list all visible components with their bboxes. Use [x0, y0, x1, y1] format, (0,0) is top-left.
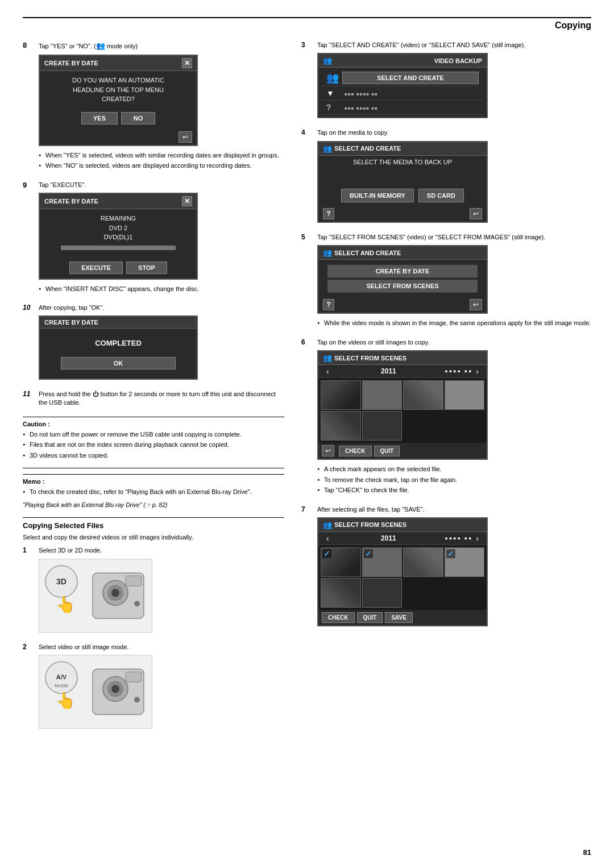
- svg-point-16: [111, 685, 119, 693]
- vb-row-1: 👥 SELECT AND CREATE: [322, 70, 483, 86]
- thumbnail-2-4[interactable]: [445, 547, 485, 577]
- back-btn-4[interactable]: ↩: [470, 208, 482, 219]
- step-8-bullet-2: When "NO" is selected, videos are displa…: [39, 161, 284, 171]
- step-4-text: Tap on the media to copy.: [317, 128, 591, 137]
- create-by-date-item[interactable]: CREATE BY DATE: [327, 265, 478, 278]
- video-backup-dialog: 👥 VIDEO BACKUP 👥 SELECT AND CREATE ▼: [317, 53, 488, 118]
- step-7-content: After selecting all the files, tap "SAVE…: [317, 505, 591, 631]
- vb-title-bar: 👥 VIDEO BACKUP: [318, 54, 487, 68]
- back-btn-5[interactable]: ↩: [470, 299, 482, 310]
- sac-dialog: 👥 SELECT AND CREATE CREATE BY DATE SELEC…: [317, 245, 488, 314]
- dialog-1-line1: DO YOU WANT AN AUTOMATIC: [47, 76, 190, 85]
- media-footer: ? ↩: [318, 206, 487, 222]
- dialog-1-title-bar: CREATE BY DATE ✕: [40, 56, 197, 71]
- thumbnail-1-5[interactable]: [321, 411, 361, 441]
- scenes-back-btn-1[interactable]: ↩: [322, 445, 334, 456]
- select-and-create-btn[interactable]: SELECT AND CREATE: [342, 72, 479, 84]
- help-btn-5[interactable]: ?: [323, 299, 334, 310]
- create-by-date-dialog-1: CREATE BY DATE ✕ DO YOU WANT AN AUTOMATI…: [39, 55, 198, 146]
- dialog-1-close-btn[interactable]: ✕: [182, 58, 192, 68]
- thumbnail-1-4[interactable]: [445, 380, 485, 410]
- step-7-number: 7: [301, 505, 314, 513]
- copying-selected-intro: Select and copy the desired videos or st…: [23, 533, 284, 542]
- step-1-content: Select 3D or 2D mode. 3D 👆: [39, 546, 284, 637]
- quit-btn-2[interactable]: QUIT: [357, 612, 383, 623]
- stop-button[interactable]: STOP: [126, 261, 167, 274]
- step-5-number: 5: [301, 233, 314, 241]
- vb-row-3-icon: ?: [326, 103, 339, 112]
- step-2-number: 2: [23, 643, 35, 651]
- help-btn-4[interactable]: ?: [323, 208, 334, 219]
- media-buttons: BUILT-IN MEMORY SD CARD: [318, 185, 487, 206]
- quit-btn-1[interactable]: QUIT: [374, 446, 400, 456]
- step-2: 2 Select video or still image mode. A/V …: [23, 643, 284, 733]
- thumbnail-1-3[interactable]: [403, 380, 443, 410]
- right-column: 3 Tap "SELECT AND CREATE" (video) or "SE…: [301, 41, 591, 739]
- dialog-2-line3: DVD(DL)1: [47, 232, 190, 242]
- step-6-text: Tap on the videos or still images to cop…: [317, 338, 591, 347]
- dialog-1-line3: CREATED?: [47, 94, 190, 104]
- left-arrow-2[interactable]: ‹: [323, 534, 333, 543]
- ok-button[interactable]: OK: [61, 357, 176, 369]
- thumbnail-1-2[interactable]: [362, 380, 403, 410]
- thumbnail-2-2[interactable]: [362, 547, 403, 577]
- vb-row-3: ? ■■■ ■■■■ ■■: [322, 101, 483, 115]
- thumbnail-2-6[interactable]: [362, 578, 403, 608]
- step-5: 5 Tap "SELECT FROM SCENES" (video) or "S…: [301, 233, 591, 333]
- thumbnail-2-1[interactable]: [321, 547, 361, 577]
- thumbnail-1-1[interactable]: [321, 380, 361, 410]
- thumbnail-2-5[interactable]: [321, 578, 361, 608]
- dialog-1-back-btn[interactable]: ↩: [179, 131, 192, 143]
- thumbnail-1-6[interactable]: [362, 411, 403, 441]
- sac-footer: ? ↩: [318, 297, 487, 313]
- media-title-icon: 👥: [323, 144, 332, 153]
- dialog-2-close-btn[interactable]: ✕: [182, 196, 192, 206]
- step-6-bullet-2: To remove the check mark, tap on the fil…: [317, 475, 591, 485]
- completed-text: COMPLETED: [47, 338, 190, 349]
- check-btn-1[interactable]: CHECK: [339, 446, 372, 456]
- step-10-number: 10: [23, 304, 35, 312]
- step-9-bullets: When "INSERT NEXT DISC" appears, change …: [39, 284, 284, 294]
- scenes-title-bar-2: 👥 SELECT FROM SCENES: [318, 518, 487, 532]
- step-6-bullets: A check mark appears on the selected fil…: [317, 464, 591, 495]
- step-1-text: Select 3D or 2D mode.: [39, 546, 284, 555]
- copying-section-divider: [23, 517, 284, 518]
- save-btn[interactable]: SAVE: [385, 612, 413, 623]
- svg-text:MODE: MODE: [55, 683, 68, 688]
- step-1: 1 Select 3D or 2D mode. 3D 👆: [23, 546, 284, 637]
- scenes-thumbnails-1: [318, 378, 487, 443]
- scenes-thumbnails-2: [318, 545, 487, 610]
- step-6-bullet-1: A check mark appears on the selected fil…: [317, 464, 591, 474]
- yes-button[interactable]: YES: [81, 112, 118, 124]
- dialog-1-title: CREATE BY DATE: [44, 60, 98, 67]
- scenes-icon-2: 👥: [323, 521, 332, 529]
- right-arrow-2[interactable]: ›: [472, 534, 482, 543]
- step-5-bullet-1: While the video mode is shown in the ima…: [317, 318, 591, 328]
- select-from-scenes-item[interactable]: SELECT FROM SCENES: [327, 280, 478, 293]
- right-arrow-1[interactable]: ›: [472, 367, 482, 376]
- ref-text: "Playing Back with an External Blu-ray D…: [23, 501, 284, 508]
- scenes-dialog-1: 👥 SELECT FROM SCENES ‹ 2011 ●●●● ●● ›: [317, 350, 488, 460]
- sd-card-btn[interactable]: SD CARD: [418, 189, 464, 202]
- thumbnail-2-3[interactable]: [403, 547, 443, 577]
- step-6-number: 6: [301, 338, 314, 346]
- scenes-title-2: SELECT FROM SCENES: [334, 521, 406, 528]
- svg-text:👆: 👆: [56, 691, 76, 710]
- camera-svg-1: 3D 👆: [42, 562, 150, 630]
- copying-selected-title: Copying Selected Files: [23, 521, 284, 530]
- page: Copying 8 Tap "YES" or "NO". (👥 mode onl…: [0, 0, 614, 868]
- check-btn-2[interactable]: CHECK: [322, 612, 355, 623]
- dialog-1-line2: HEADLINE ON THE TOP MENU: [47, 85, 190, 95]
- dialog-2-line2: DVD 2: [47, 223, 190, 233]
- caution-bullet-1: Do not turn off the power or remove the …: [23, 430, 284, 439]
- scenes-dots-1: ●●●● ●●: [445, 368, 472, 374]
- built-in-memory-btn[interactable]: BUILT-IN MEMORY: [341, 189, 414, 202]
- left-arrow-1[interactable]: ‹: [323, 367, 333, 376]
- step-1-number: 1: [23, 546, 35, 554]
- step-11-number: 11: [23, 390, 35, 398]
- vb-row-3-dots: ■■■ ■■■■ ■■: [342, 102, 479, 113]
- media-spacer: [318, 168, 487, 185]
- no-button[interactable]: NO: [121, 112, 155, 124]
- execute-button[interactable]: EXECUTE: [69, 261, 123, 274]
- left-column: 8 Tap "YES" or "NO". (👥 mode only) CREAT…: [23, 41, 284, 739]
